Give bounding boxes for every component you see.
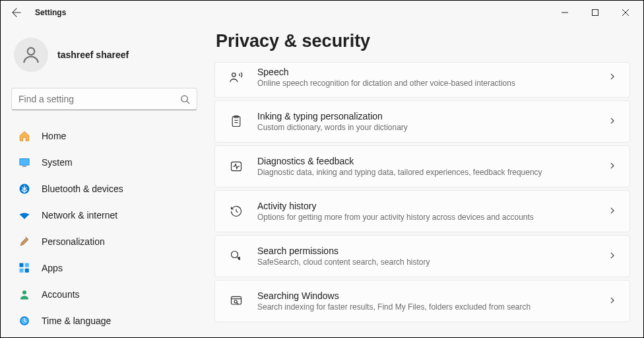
chevron-right-icon [608,71,616,83]
sidebar-item-label: Bluetooth & devices [42,184,123,194]
back-button[interactable] [3,1,30,24]
search-icon [180,94,190,104]
sidebar-item-time[interactable]: Time & language [11,308,197,333]
svg-rect-12 [25,263,29,267]
svg-point-24 [232,252,238,258]
svg-rect-14 [25,269,29,273]
card-desc: Search indexing for faster results, Find… [257,302,608,312]
chevron-right-icon [608,250,616,262]
minimize-icon [562,9,568,16]
svg-point-4 [28,48,35,55]
sidebar: tashreef shareef Home System Bluetooth &… [1,24,205,337]
card-desc: Options for getting more from your activ… [257,213,608,222]
card-title: Inking & typing personalization [257,111,608,121]
svg-point-18 [232,73,236,77]
sidebar-item-label: Home [42,131,66,141]
card-searching-windows[interactable]: Searching Windows Search indexing for fa… [214,280,630,322]
maximize-icon [592,9,598,16]
sidebar-item-personalization[interactable]: Personalization [11,229,197,254]
avatar [14,38,48,72]
main-content: Privacy & security Speech Online speech … [205,24,643,337]
sidebar-item-label: System [42,157,73,168]
card-title: Speech [257,67,608,77]
profile-region[interactable]: tashreef shareef [14,38,195,72]
arrow-left-icon [12,8,21,17]
window-controls [550,1,641,24]
chevron-right-icon [608,205,616,217]
chevron-right-icon [608,116,616,127]
close-button[interactable] [610,1,641,24]
sidebar-item-label: Network & internet [42,210,117,220]
bluetooth-icon [18,182,31,195]
inking-icon [228,115,244,128]
chevron-right-icon [608,295,616,307]
sidebar-item-accounts[interactable]: Accounts [11,282,197,307]
card-title: Activity history [257,201,608,211]
card-title: Search permissions [257,246,608,256]
card-inking[interactable]: Inking & typing personalization Custom d… [214,100,630,143]
minimize-button[interactable] [550,1,580,24]
svg-line-6 [187,101,189,104]
sidebar-item-label: Accounts [42,289,80,300]
maximize-button[interactable] [580,1,610,24]
wifi-icon [18,209,31,222]
profile-name: tashreef shareef [57,50,129,60]
sidebar-item-network[interactable]: Network & internet [11,203,197,228]
clock-icon [18,314,31,327]
search-input[interactable] [18,94,180,104]
history-icon [228,205,244,218]
page-title: Privacy & security [214,31,630,51]
svg-rect-1 [593,10,598,16]
sidebar-item-apps[interactable]: Apps [11,255,197,281]
svg-rect-11 [20,263,24,267]
card-speech[interactable]: Speech Online speech recognition for dic… [214,62,630,98]
app-title: Settings [35,8,66,17]
svg-rect-9 [22,166,26,167]
search-box[interactable] [11,88,197,110]
title-bar: Settings [1,1,643,24]
close-icon [622,9,629,16]
card-diagnostics[interactable]: Diagnostics & feedback Diagnostic data, … [214,145,630,187]
accounts-icon [18,288,31,301]
sidebar-item-system[interactable]: System [11,150,197,175]
search-window-icon [228,294,244,308]
sidebar-item-home[interactable]: Home [11,123,197,149]
card-desc: Diagnostic data, inking and typing data,… [257,168,608,177]
paint-icon [18,235,31,248]
sidebar-item-bluetooth[interactable]: Bluetooth & devices [11,176,197,201]
sidebar-item-label: Personalization [42,236,105,247]
diagnostics-icon [228,160,244,173]
apps-icon [18,261,31,275]
svg-point-15 [22,290,26,294]
card-desc: SafeSearch, cloud content search, search… [257,257,608,267]
svg-point-28 [234,300,237,303]
card-title: Diagnostics & feedback [257,156,608,166]
speech-icon [228,70,244,84]
chevron-right-icon [608,160,616,172]
card-desc: Online speech recognition for dictation … [257,79,608,88]
svg-rect-8 [20,159,29,165]
svg-rect-13 [20,269,24,273]
sidebar-item-label: Time & language [42,316,111,326]
card-search-permissions[interactable]: Search permissions SafeSearch, cloud con… [214,235,630,277]
card-desc: Custom dictionary, words in your diction… [257,123,608,132]
card-activity[interactable]: Activity history Options for getting mor… [214,190,630,232]
card-title: Searching Windows [257,290,608,301]
sidebar-item-label: Apps [42,263,63,273]
home-icon [18,129,31,143]
system-icon [18,156,31,169]
person-icon [20,44,42,65]
search-shield-icon [228,250,244,263]
svg-point-5 [181,95,187,101]
